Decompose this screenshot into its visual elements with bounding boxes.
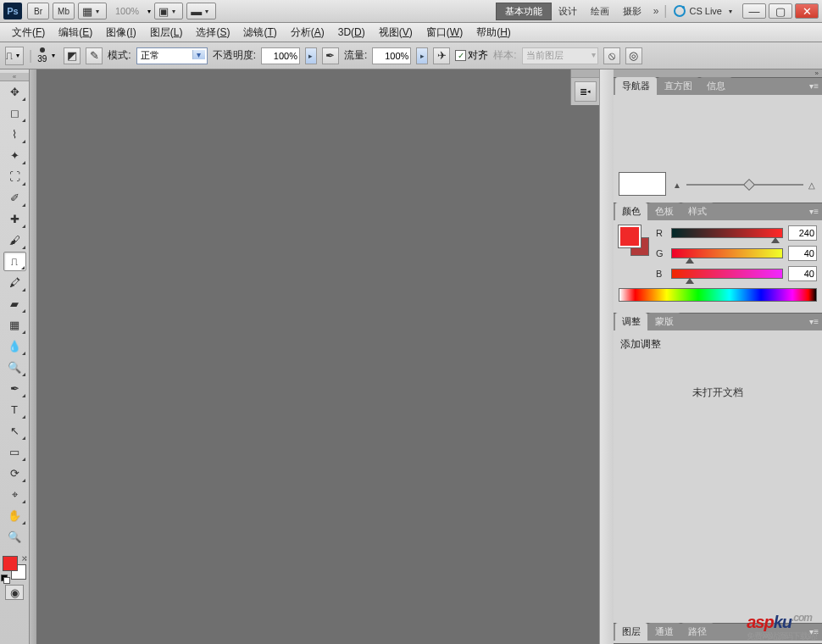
brush-settings-toggle[interactable]: ✎ — [86, 47, 103, 64]
zoom-in-icon[interactable]: △ — [808, 180, 815, 190]
color-ramp[interactable] — [619, 288, 817, 302]
cslive-button[interactable]: CS Live▾ — [674, 5, 736, 17]
eyedropper-tool[interactable]: ✐ — [3, 188, 26, 208]
workspace-paint[interactable]: 绘画 — [584, 3, 616, 19]
dodge-tool[interactable]: 🔍 — [3, 358, 26, 377]
g-input[interactable] — [788, 246, 817, 261]
opacity-pressure-toggle[interactable]: ✒ — [322, 47, 339, 64]
tab-styles[interactable]: 样式 — [681, 203, 714, 220]
default-colors-icon[interactable] — [1, 575, 8, 581]
menu-视图[interactable]: 视图(V) — [372, 24, 419, 42]
r-input[interactable] — [788, 225, 817, 241]
r-slider[interactable] — [671, 228, 783, 238]
tab-paths[interactable]: 路径 — [681, 623, 714, 641]
current-tool-icon[interactable]: ⎍▾ — [5, 47, 24, 65]
gradient-tool[interactable]: ▦ — [3, 315, 26, 335]
brush-panel-toggle[interactable]: ◩ — [64, 47, 81, 64]
g-slider[interactable] — [671, 248, 783, 258]
workspace-photo[interactable]: 摄影 — [616, 3, 648, 19]
mode-label: 模式: — [108, 48, 131, 63]
zoom-out-icon[interactable]: ▲ — [673, 180, 681, 190]
navigator-menu-icon[interactable]: ▾≡ — [809, 81, 819, 91]
opacity-arrow[interactable]: ▸ — [305, 47, 317, 64]
color-panel-swatch[interactable] — [619, 225, 649, 256]
menu-编辑[interactable]: 编辑(E) — [52, 24, 99, 42]
menu-选择[interactable]: 选择(S) — [189, 24, 236, 42]
tab-color[interactable]: 颜色 — [615, 203, 647, 220]
toolbox-collapse[interactable]: « — [0, 73, 29, 81]
workspace-basic[interactable]: 基本功能 — [496, 3, 552, 20]
brush-tool[interactable]: 🖌 — [3, 230, 26, 250]
bridge-button[interactable]: Br — [27, 3, 49, 19]
move-tool[interactable]: ✥ — [3, 82, 26, 102]
type-tool[interactable]: T — [3, 400, 26, 419]
pressure-size-toggle[interactable]: ◎ — [625, 47, 642, 64]
blur-tool[interactable]: 💧 — [3, 336, 26, 356]
3d-tool[interactable]: ⟳ — [3, 464, 26, 483]
foreground-background-swatch[interactable]: ⤭ — [3, 556, 26, 580]
close-button[interactable]: ✕ — [795, 3, 819, 19]
navigator-preview[interactable] — [619, 172, 666, 196]
swap-colors-icon[interactable]: ⤭ — [21, 554, 28, 563]
lasso-tool[interactable]: ⌇ — [3, 125, 26, 144]
menu-窗口[interactable]: 窗口(W) — [419, 24, 469, 42]
history-brush-tool[interactable]: 🖍 — [3, 273, 26, 292]
menu-滤镜[interactable]: 滤镜(T) — [236, 24, 283, 42]
shape-tool[interactable]: ▭ — [3, 442, 26, 462]
healing-tool[interactable]: ✚ — [3, 209, 26, 229]
adjustments-menu-icon[interactable]: ▾≡ — [809, 317, 819, 326]
tab-histogram[interactable]: 直方图 — [658, 77, 699, 95]
dock-toggle[interactable] — [571, 69, 599, 78]
dock-history-icon[interactable]: ≣◂ — [575, 81, 597, 102]
3d-camera-tool[interactable]: ⌖ — [3, 485, 26, 504]
workspace-design[interactable]: 设计 — [552, 3, 584, 19]
arrange-docs-button[interactable]: ▦▾ — [78, 3, 107, 19]
marquee-tool[interactable]: ◻ — [3, 103, 26, 123]
b-input[interactable] — [788, 266, 817, 281]
menu-分析[interactable]: 分析(A) — [284, 24, 331, 42]
flow-input[interactable] — [372, 47, 411, 64]
color-menu-icon[interactable]: ▾≡ — [809, 207, 819, 216]
aligned-checkbox[interactable]: ✓ 对齐 — [455, 48, 488, 63]
eraser-tool[interactable]: ▰ — [3, 294, 26, 314]
minibridge-button[interactable]: Mb — [53, 3, 75, 19]
maximize-button[interactable]: ▢ — [769, 3, 792, 19]
zoom-tool[interactable]: 🔍 — [3, 527, 26, 547]
wand-tool[interactable]: ✦ — [3, 146, 26, 165]
3d-camera-icon: ⌖ — [12, 489, 18, 500]
foreground-color[interactable] — [3, 556, 18, 571]
extras-button[interactable]: ▬▾ — [186, 3, 216, 19]
tab-masks[interactable]: 蒙版 — [648, 313, 680, 330]
tab-adjustments[interactable]: 调整 — [615, 313, 647, 330]
menu-图像[interactable]: 图像(I) — [99, 24, 142, 42]
tab-info[interactable]: 信息 — [700, 77, 732, 95]
tab-swatches[interactable]: 色板 — [648, 203, 680, 220]
brush-preset-picker[interactable]: 39 ▾ — [37, 47, 58, 64]
zoom-dropdown-icon[interactable]: ▾ — [144, 6, 154, 16]
tab-channels[interactable]: 通道 — [648, 623, 680, 641]
opacity-input[interactable] — [261, 47, 300, 64]
workspace-more-icon[interactable]: » — [653, 5, 659, 17]
flow-arrow[interactable]: ▸ — [416, 47, 428, 64]
navigator-zoom-slider[interactable] — [686, 184, 803, 186]
ignore-adjust-toggle[interactable]: ⦸ — [603, 47, 620, 64]
pen-tool[interactable]: ✒ — [3, 379, 26, 398]
minimize-button[interactable]: — — [742, 3, 766, 19]
tab-layers[interactable]: 图层 — [615, 623, 647, 641]
path-select-tool[interactable]: ↖ — [3, 421, 26, 441]
color-fg-swatch[interactable] — [619, 225, 641, 247]
blend-mode-select[interactable]: 正常 — [136, 47, 208, 64]
menu-3D[interactable]: 3D(D) — [331, 25, 372, 40]
airbrush-toggle[interactable]: ✈ — [433, 47, 450, 64]
menu-文件[interactable]: 文件(F) — [5, 24, 52, 42]
b-slider[interactable] — [671, 269, 783, 279]
stamp-tool[interactable]: ⎍ — [3, 252, 26, 271]
crop-tool[interactable]: ⛶ — [3, 167, 26, 186]
tab-navigator[interactable]: 导航器 — [615, 77, 657, 95]
screen-mode-button[interactable]: ▣▾ — [154, 3, 183, 19]
quickmask-toggle[interactable]: ◉ — [5, 585, 24, 600]
hand-tool[interactable]: ✋ — [3, 506, 26, 525]
vertical-scrollbar[interactable] — [599, 69, 614, 644]
menu-帮助[interactable]: 帮助(H) — [469, 24, 518, 42]
menu-图层[interactable]: 图层(L) — [143, 24, 190, 42]
